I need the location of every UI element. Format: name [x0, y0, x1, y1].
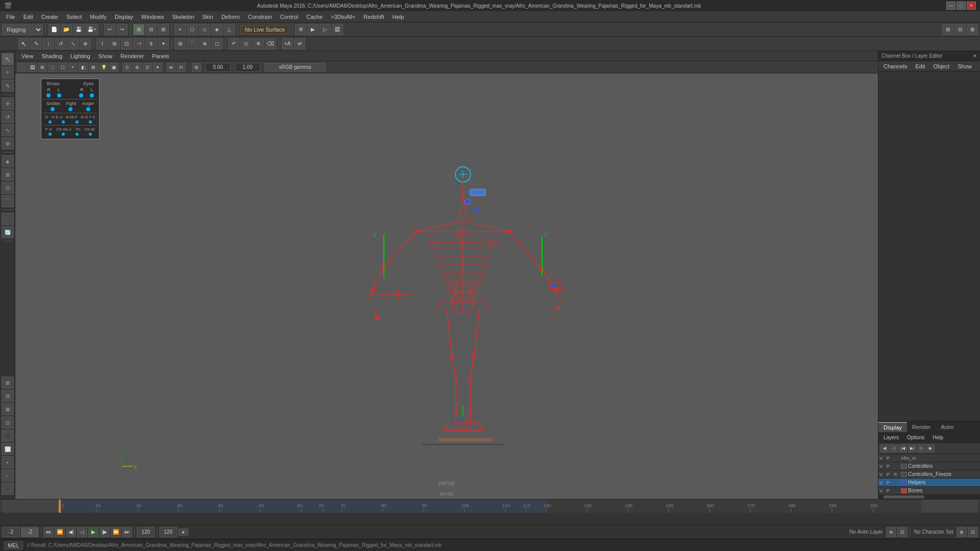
history-button[interactable]: ↶: [228, 38, 239, 49]
vp-isolate-button[interactable]: ⊙: [122, 63, 132, 72]
display-layer-button[interactable]: ⊞: [2, 377, 14, 389]
layer-row-0[interactable]: V P Afro_American_Grandm: [878, 454, 980, 462]
save-as-button[interactable]: 💾+: [85, 24, 99, 35]
anim-layer-button[interactable]: ⊠: [2, 403, 14, 415]
snap-view-button[interactable]: ◻: [211, 38, 223, 49]
layer-v-2[interactable]: V: [879, 472, 886, 477]
center-pivot-button[interactable]: ⊙: [240, 38, 252, 49]
layer-v-1[interactable]: V: [879, 464, 886, 469]
layer-play-back-button[interactable]: ◁: [890, 444, 898, 453]
menu-cache[interactable]: Cache: [302, 13, 327, 21]
layer-row-3[interactable]: V P Helpers: [878, 479, 980, 487]
quick-layout4[interactable]: ▫: [2, 469, 14, 482]
layer-tab-anim[interactable]: Anim: [936, 422, 959, 432]
play-fwd-button[interactable]: ▶: [88, 527, 99, 537]
cluster-button[interactable]: ⊡: [121, 38, 132, 49]
layer-p-2[interactable]: P: [887, 472, 893, 477]
fps-btn[interactable]: ▲: [178, 529, 188, 536]
vp-shaded-button[interactable]: ◧: [79, 63, 88, 72]
layer-r-2[interactable]: R: [894, 472, 900, 477]
layer-v-4[interactable]: V: [879, 488, 886, 493]
layer-v-3[interactable]: V: [879, 480, 886, 485]
connection-editor-button[interactable]: ⇌: [294, 38, 305, 49]
rotate-vt-button[interactable]: ↺: [2, 111, 14, 123]
menu-control[interactable]: Control: [276, 13, 302, 21]
menu-help[interactable]: Help: [388, 13, 408, 21]
vp-grid-button[interactable]: ⊞: [38, 63, 47, 72]
icon-button-3[interactable]: ⊠: [967, 24, 978, 35]
range-start-input[interactable]: [2, 527, 20, 537]
ipr-render-button[interactable]: ▷: [320, 24, 331, 35]
tab-channels[interactable]: Channels: [880, 62, 910, 70]
lasso-select-button[interactable]: ⌖: [175, 24, 186, 35]
soft-select-vt-button[interactable]: ◈: [2, 155, 14, 167]
curve-select-button[interactable]: ⌒: [2, 195, 14, 207]
universal-manip-button[interactable]: ⊕: [2, 137, 14, 149]
freeze-transforms-button[interactable]: ❄: [253, 38, 264, 49]
menu-deform[interactable]: Deform: [217, 13, 244, 21]
quick-layout5[interactable]: ◾: [2, 483, 14, 495]
layer-option-layers[interactable]: Layers: [880, 434, 902, 441]
select-mode-button[interactable]: ↖: [18, 38, 30, 49]
menu-create[interactable]: Create: [37, 13, 62, 21]
layer-option-help[interactable]: Help: [929, 434, 946, 441]
show-manip-button[interactable]: ⊕: [80, 38, 91, 49]
skin-paint-button[interactable]: ✦: [158, 38, 169, 49]
select-tool-button[interactable]: ◇: [199, 24, 210, 35]
character-set-button[interactable]: ⊕: [957, 527, 967, 537]
play-prev-button[interactable]: ⏪: [55, 527, 65, 537]
scale-vt-button[interactable]: ⤡: [2, 124, 14, 136]
paint-select-button[interactable]: ⬡: [187, 24, 198, 35]
character-set-opts[interactable]: ⊡: [968, 527, 978, 537]
layer-v-0[interactable]: V: [879, 456, 886, 461]
region-select-button[interactable]: ⊞: [2, 168, 14, 181]
layer-row-4[interactable]: V P Bones: [878, 487, 980, 495]
render-button[interactable]: ▶: [307, 24, 318, 35]
tab-show[interactable]: Show: [954, 62, 975, 70]
select-by-hierarchy-button[interactable]: ⊞: [133, 24, 144, 35]
quick-layout3[interactable]: ▪: [2, 456, 14, 468]
layer-prev-button[interactable]: ◀: [880, 444, 889, 453]
menu-file[interactable]: File: [2, 13, 19, 21]
soft-mod-button[interactable]: ⌇: [96, 38, 108, 49]
layer-step-back-button[interactable]: |◀: [899, 444, 907, 453]
viewport[interactable]: View Shading Lighting Show Renderer Pane…: [15, 51, 878, 499]
quick-layout1[interactable]: ⬛: [2, 430, 14, 442]
move-tool-button[interactable]: ↕: [43, 38, 54, 49]
menu-display[interactable]: Display: [111, 13, 137, 21]
vp-texture-button[interactable]: ⊠: [89, 63, 98, 72]
viewport-view-menu[interactable]: View: [17, 53, 38, 60]
soft-select-button[interactable]: ◈: [211, 24, 223, 35]
layer-play-fwd-button[interactable]: ▷: [917, 444, 925, 453]
snap-grid-tb-button[interactable]: ⊞: [175, 38, 186, 49]
step-fwd-button[interactable]: |▶: [100, 527, 110, 537]
vp-hud-button[interactable]: H: [177, 63, 186, 72]
vp-camera-button[interactable]: 🎥: [17, 63, 27, 72]
menu-windows[interactable]: Windows: [137, 13, 168, 21]
layer-p-1[interactable]: P: [887, 464, 893, 469]
vp-wireframe-button[interactable]: ⬡: [58, 63, 67, 72]
layer-p-3[interactable]: P: [887, 480, 893, 485]
quick-layout2[interactable]: ⬜: [2, 443, 14, 455]
layer-step-fwd-button[interactable]: ▶|: [908, 444, 916, 453]
undo-button[interactable]: ↩: [104, 24, 115, 35]
close-button[interactable]: ✕: [967, 2, 976, 10]
joint-tool-button[interactable]: ⊣: [133, 38, 144, 49]
marquee-select-button[interactable]: ⊡: [2, 182, 14, 194]
viewport-panels-menu[interactable]: Panels: [148, 53, 174, 60]
vp-xray-button[interactable]: ⊕: [133, 63, 142, 72]
snap-grid-button[interactable]: ⊞: [158, 24, 169, 35]
snap-curve-button[interactable]: ⌒: [187, 38, 198, 49]
viewport-canvas[interactable]: Brows Eyes R L R L: [15, 73, 878, 499]
vp-time-input[interactable]: [205, 63, 231, 72]
vp-highlight-button[interactable]: ✦: [153, 63, 162, 72]
snap-point-button[interactable]: ⊕: [199, 38, 210, 49]
pass-layer-button[interactable]: ⊡: [2, 416, 14, 429]
icon-button-2[interactable]: ⊟: [954, 24, 966, 35]
play-end-button[interactable]: ⏭: [122, 527, 132, 537]
vp-gamma-display[interactable]: sRGB gamma: [264, 63, 326, 72]
vp-image-plane-button[interactable]: 🖼: [28, 63, 37, 72]
viewport-lighting-menu[interactable]: Lighting: [66, 53, 94, 60]
vp-lights-button[interactable]: 💡: [99, 63, 108, 72]
vp-playblast-button[interactable]: ⏯: [166, 63, 176, 72]
